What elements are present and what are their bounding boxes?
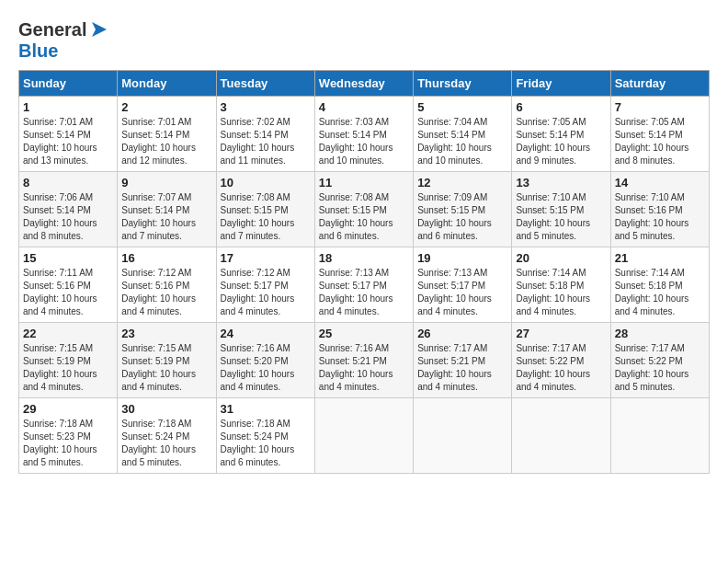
weekday-header-wednesday: Wednesday bbox=[314, 71, 413, 97]
day-number: 13 bbox=[516, 176, 606, 190]
day-number: 2 bbox=[121, 100, 211, 114]
calendar-cell: 7Sunrise: 7:05 AMSunset: 5:14 PMDaylight… bbox=[610, 97, 709, 172]
day-number: 11 bbox=[319, 176, 409, 190]
calendar-cell: 2Sunrise: 7:01 AMSunset: 5:14 PMDaylight… bbox=[118, 97, 216, 172]
day-number: 26 bbox=[417, 327, 507, 340]
calendar-cell: 29Sunrise: 7:18 AMSunset: 5:23 PMDayligh… bbox=[19, 398, 118, 474]
calendar-cell: 8Sunrise: 7:06 AMSunset: 5:14 PMDaylight… bbox=[19, 172, 118, 247]
day-info: Sunrise: 7:18 AMSunset: 5:24 PMDaylight:… bbox=[121, 418, 211, 469]
calendar-cell: 6Sunrise: 7:05 AMSunset: 5:14 PMDaylight… bbox=[512, 97, 610, 172]
day-info: Sunrise: 7:10 AMSunset: 5:15 PMDaylight:… bbox=[516, 191, 606, 243]
day-info: Sunrise: 7:11 AMSunset: 5:16 PMDaylight:… bbox=[23, 267, 113, 318]
day-info: Sunrise: 7:14 AMSunset: 5:18 PMDaylight:… bbox=[615, 267, 705, 318]
day-info: Sunrise: 7:08 AMSunset: 5:15 PMDaylight:… bbox=[319, 191, 409, 243]
logo-general: General bbox=[18, 19, 86, 40]
calendar-cell bbox=[414, 398, 512, 474]
calendar-cell: 20Sunrise: 7:14 AMSunset: 5:18 PMDayligh… bbox=[512, 247, 610, 323]
calendar-header-row: SundayMondayTuesdayWednesdayThursdayFrid… bbox=[19, 71, 710, 97]
day-info: Sunrise: 7:17 AMSunset: 5:21 PMDaylight:… bbox=[417, 342, 507, 394]
svg-marker-0 bbox=[92, 22, 107, 37]
day-info: Sunrise: 7:16 AMSunset: 5:20 PMDaylight:… bbox=[221, 342, 311, 394]
day-info: Sunrise: 7:17 AMSunset: 5:22 PMDaylight:… bbox=[516, 342, 606, 394]
calendar-cell: 5Sunrise: 7:04 AMSunset: 5:14 PMDaylight… bbox=[414, 97, 512, 172]
calendar-cell: 9Sunrise: 7:07 AMSunset: 5:14 PMDaylight… bbox=[118, 172, 216, 247]
day-number: 16 bbox=[121, 251, 211, 265]
day-number: 1 bbox=[23, 100, 113, 114]
calendar-cell: 28Sunrise: 7:17 AMSunset: 5:22 PMDayligh… bbox=[610, 323, 709, 398]
day-info: Sunrise: 7:04 AMSunset: 5:14 PMDaylight:… bbox=[417, 116, 507, 167]
day-number: 27 bbox=[516, 327, 606, 340]
day-number: 31 bbox=[221, 402, 311, 416]
calendar-cell: 24Sunrise: 7:16 AMSunset: 5:20 PMDayligh… bbox=[216, 323, 314, 398]
calendar-cell: 19Sunrise: 7:13 AMSunset: 5:17 PMDayligh… bbox=[414, 247, 512, 323]
day-number: 14 bbox=[615, 176, 705, 190]
day-number: 5 bbox=[417, 100, 507, 114]
calendar-week-3: 15Sunrise: 7:11 AMSunset: 5:16 PMDayligh… bbox=[19, 247, 710, 323]
day-number: 15 bbox=[23, 251, 113, 265]
day-number: 6 bbox=[516, 100, 606, 114]
day-info: Sunrise: 7:02 AMSunset: 5:14 PMDaylight:… bbox=[221, 116, 311, 167]
calendar-cell: 17Sunrise: 7:12 AMSunset: 5:17 PMDayligh… bbox=[216, 247, 314, 323]
calendar-cell: 16Sunrise: 7:12 AMSunset: 5:16 PMDayligh… bbox=[118, 247, 216, 323]
day-info: Sunrise: 7:18 AMSunset: 5:23 PMDaylight:… bbox=[23, 418, 113, 469]
day-number: 20 bbox=[516, 251, 606, 265]
day-info: Sunrise: 7:05 AMSunset: 5:14 PMDaylight:… bbox=[615, 116, 705, 167]
day-number: 10 bbox=[221, 176, 311, 190]
weekday-header-saturday: Saturday bbox=[610, 71, 709, 97]
day-number: 28 bbox=[615, 327, 705, 340]
calendar-cell bbox=[314, 398, 413, 474]
calendar-cell: 11Sunrise: 7:08 AMSunset: 5:15 PMDayligh… bbox=[314, 172, 413, 247]
calendar-cell: 1Sunrise: 7:01 AMSunset: 5:14 PMDaylight… bbox=[19, 97, 118, 172]
day-number: 30 bbox=[121, 402, 211, 416]
day-number: 4 bbox=[319, 100, 409, 114]
day-info: Sunrise: 7:06 AMSunset: 5:14 PMDaylight:… bbox=[23, 191, 113, 243]
day-info: Sunrise: 7:16 AMSunset: 5:21 PMDaylight:… bbox=[319, 342, 409, 394]
day-info: Sunrise: 7:12 AMSunset: 5:16 PMDaylight:… bbox=[121, 267, 211, 318]
calendar-cell: 26Sunrise: 7:17 AMSunset: 5:21 PMDayligh… bbox=[414, 323, 512, 398]
weekday-header-tuesday: Tuesday bbox=[216, 71, 314, 97]
calendar-cell: 23Sunrise: 7:15 AMSunset: 5:19 PMDayligh… bbox=[118, 323, 216, 398]
day-number: 18 bbox=[319, 251, 409, 265]
calendar-cell bbox=[610, 398, 709, 474]
day-number: 17 bbox=[221, 251, 311, 265]
logo: General Blue bbox=[18, 18, 110, 61]
calendar-cell: 30Sunrise: 7:18 AMSunset: 5:24 PMDayligh… bbox=[118, 398, 216, 474]
day-number: 25 bbox=[319, 327, 409, 340]
calendar-cell: 14Sunrise: 7:10 AMSunset: 5:16 PMDayligh… bbox=[610, 172, 709, 247]
weekday-header-friday: Friday bbox=[512, 71, 610, 97]
calendar-cell: 31Sunrise: 7:18 AMSunset: 5:24 PMDayligh… bbox=[216, 398, 314, 474]
day-info: Sunrise: 7:03 AMSunset: 5:14 PMDaylight:… bbox=[319, 116, 409, 167]
calendar-cell bbox=[512, 398, 610, 474]
day-info: Sunrise: 7:17 AMSunset: 5:22 PMDaylight:… bbox=[615, 342, 705, 394]
day-number: 9 bbox=[121, 176, 211, 190]
day-number: 3 bbox=[221, 100, 311, 114]
day-info: Sunrise: 7:01 AMSunset: 5:14 PMDaylight:… bbox=[23, 116, 113, 167]
calendar-cell: 15Sunrise: 7:11 AMSunset: 5:16 PMDayligh… bbox=[19, 247, 118, 323]
day-info: Sunrise: 7:10 AMSunset: 5:16 PMDaylight:… bbox=[615, 191, 705, 243]
day-number: 22 bbox=[23, 327, 113, 340]
calendar-cell: 25Sunrise: 7:16 AMSunset: 5:21 PMDayligh… bbox=[314, 323, 413, 398]
calendar-week-1: 1Sunrise: 7:01 AMSunset: 5:14 PMDaylight… bbox=[19, 97, 710, 172]
day-number: 19 bbox=[417, 251, 507, 265]
calendar-week-5: 29Sunrise: 7:18 AMSunset: 5:23 PMDayligh… bbox=[19, 398, 710, 474]
day-info: Sunrise: 7:15 AMSunset: 5:19 PMDaylight:… bbox=[121, 342, 211, 394]
day-info: Sunrise: 7:08 AMSunset: 5:15 PMDaylight:… bbox=[221, 191, 311, 243]
calendar-cell: 3Sunrise: 7:02 AMSunset: 5:14 PMDaylight… bbox=[216, 97, 314, 172]
calendar-week-2: 8Sunrise: 7:06 AMSunset: 5:14 PMDaylight… bbox=[19, 172, 710, 247]
day-number: 7 bbox=[615, 100, 705, 114]
logo-arrow-icon bbox=[88, 18, 110, 40]
day-info: Sunrise: 7:12 AMSunset: 5:17 PMDaylight:… bbox=[221, 267, 311, 318]
day-number: 12 bbox=[417, 176, 507, 190]
day-number: 23 bbox=[121, 327, 211, 340]
day-info: Sunrise: 7:15 AMSunset: 5:19 PMDaylight:… bbox=[23, 342, 113, 394]
page-header: General Blue bbox=[18, 18, 710, 61]
day-info: Sunrise: 7:13 AMSunset: 5:17 PMDaylight:… bbox=[319, 267, 409, 318]
logo-blue: Blue bbox=[18, 40, 58, 61]
day-info: Sunrise: 7:18 AMSunset: 5:24 PMDaylight:… bbox=[221, 418, 311, 469]
day-number: 8 bbox=[23, 176, 113, 190]
day-info: Sunrise: 7:07 AMSunset: 5:14 PMDaylight:… bbox=[121, 191, 211, 243]
day-info: Sunrise: 7:13 AMSunset: 5:17 PMDaylight:… bbox=[417, 267, 507, 318]
calendar-cell: 13Sunrise: 7:10 AMSunset: 5:15 PMDayligh… bbox=[512, 172, 610, 247]
weekday-header-thursday: Thursday bbox=[414, 71, 512, 97]
calendar-cell: 12Sunrise: 7:09 AMSunset: 5:15 PMDayligh… bbox=[414, 172, 512, 247]
